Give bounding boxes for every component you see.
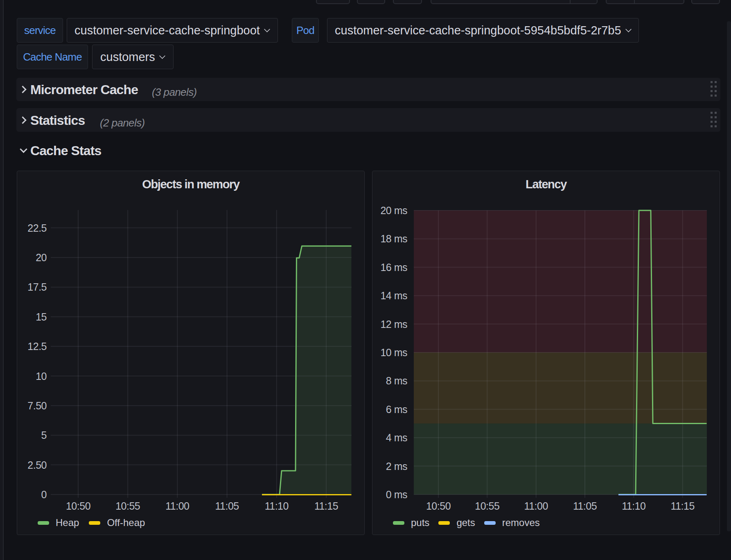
svg-text:18 ms: 18 ms — [380, 233, 407, 244]
svg-text:14 ms: 14 ms — [380, 290, 407, 301]
svg-text:5: 5 — [41, 429, 47, 441]
svg-text:6 ms: 6 ms — [386, 404, 407, 415]
svg-text:20: 20 — [36, 252, 47, 263]
svg-text:15: 15 — [36, 311, 47, 323]
svg-text:11:15: 11:15 — [671, 500, 695, 512]
svg-text:4 ms: 4 ms — [386, 432, 407, 443]
svg-text:10: 10 — [36, 370, 47, 382]
svg-text:11:10: 11:10 — [265, 500, 289, 512]
svg-text:7.50: 7.50 — [27, 400, 47, 411]
svg-text:10:50: 10:50 — [426, 500, 451, 512]
svg-text:12 ms: 12 ms — [380, 318, 407, 330]
svg-text:11:00: 11:00 — [165, 500, 189, 512]
svg-text:11:05: 11:05 — [573, 500, 597, 512]
svg-text:10:55: 10:55 — [475, 500, 499, 512]
svg-text:10 ms: 10 ms — [380, 347, 407, 358]
svg-text:10:55: 10:55 — [115, 500, 140, 512]
svg-text:10:50: 10:50 — [66, 500, 90, 512]
svg-text:11:15: 11:15 — [314, 500, 338, 512]
svg-text:8 ms: 8 ms — [386, 375, 407, 386]
svg-text:20 ms: 20 ms — [380, 205, 407, 216]
svg-text:2 ms: 2 ms — [386, 461, 407, 472]
svg-text:0: 0 — [41, 489, 47, 500]
svg-text:17.5: 17.5 — [27, 281, 47, 293]
svg-text:2.50: 2.50 — [27, 459, 47, 471]
svg-text:11:05: 11:05 — [215, 500, 239, 512]
svg-text:11:00: 11:00 — [524, 500, 548, 512]
svg-text:12.5: 12.5 — [27, 341, 47, 352]
svg-text:0 ms: 0 ms — [386, 489, 407, 500]
svg-text:16 ms: 16 ms — [380, 262, 407, 273]
svg-text:11:10: 11:10 — [622, 500, 645, 512]
svg-text:22.5: 22.5 — [27, 222, 47, 234]
